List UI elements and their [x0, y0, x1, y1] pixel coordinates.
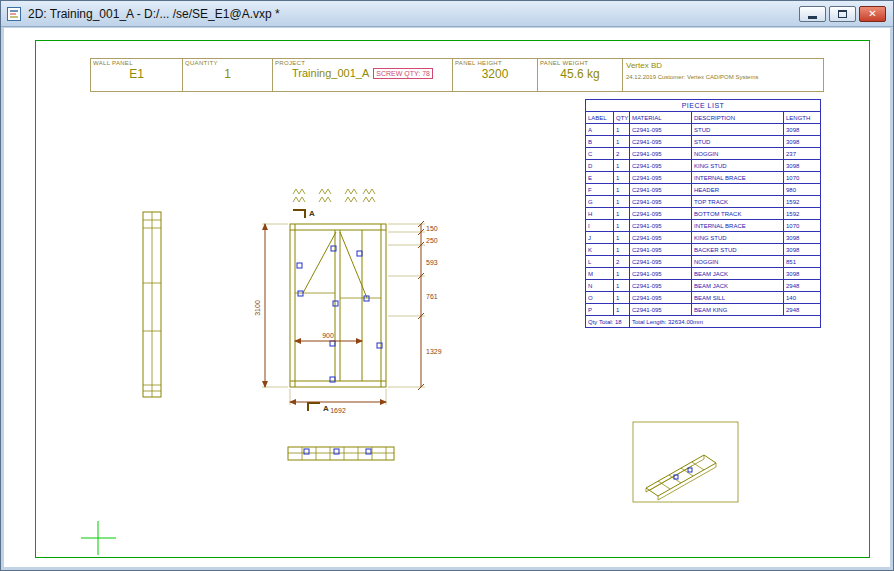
section-label-bottom: A	[323, 404, 329, 413]
maximize-icon	[838, 10, 847, 18]
section-label-top: A	[309, 209, 315, 218]
minimize-button[interactable]	[799, 6, 826, 22]
panel-drawing[interactable]: A A	[36, 41, 871, 559]
origin-crosshair	[81, 521, 116, 555]
dim-text-seg-1: 150	[426, 225, 438, 232]
iso-view[interactable]	[633, 422, 738, 502]
window-title: 2D: Training_001_A - D:/... /se/SE_E1@A.…	[28, 7, 793, 21]
close-button[interactable]: ✕	[859, 6, 886, 22]
maximize-button[interactable]	[829, 6, 856, 22]
window-titlebar[interactable]: 2D: Training_001_A - D:/... /se/SE_E1@A.…	[1, 1, 893, 27]
dim-text-width: 1692	[330, 407, 346, 414]
dim-text-opening: 900	[322, 332, 334, 339]
dim-text-seg-2: 250	[426, 237, 438, 244]
window-controls: ✕	[799, 6, 888, 22]
app-icon	[6, 6, 22, 22]
dim-text-seg-5: 1329	[426, 348, 442, 355]
drawing-canvas[interactable]: WALL PANEL E1 QUANTITY 1 PROJECT Trainin…	[4, 28, 890, 567]
minimize-icon	[808, 16, 817, 19]
dim-text-seg-4: 761	[426, 293, 438, 300]
brace-line	[340, 232, 367, 298]
plan-view[interactable]	[288, 447, 394, 460]
dimension-opening: 900	[295, 332, 362, 341]
screw-group-symbols[interactable]	[293, 189, 375, 202]
dimension-chain-right: 150 250 593 761 1329	[388, 221, 442, 390]
brace-line	[303, 232, 336, 293]
section-mark-top: A	[293, 209, 315, 218]
section-mark-bottom: A	[308, 403, 329, 413]
side-view[interactable]	[143, 212, 161, 397]
front-view[interactable]	[290, 224, 386, 387]
dimension-height: 3100	[254, 224, 288, 387]
sheet-border: WALL PANEL E1 QUANTITY 1 PROJECT Trainin…	[35, 40, 870, 558]
dim-text-height: 3100	[254, 300, 261, 316]
dimension-width: 1692	[290, 389, 386, 414]
dim-text-seg-3: 593	[426, 259, 438, 266]
app-window: 2D: Training_001_A - D:/... /se/SE_E1@A.…	[0, 0, 894, 571]
